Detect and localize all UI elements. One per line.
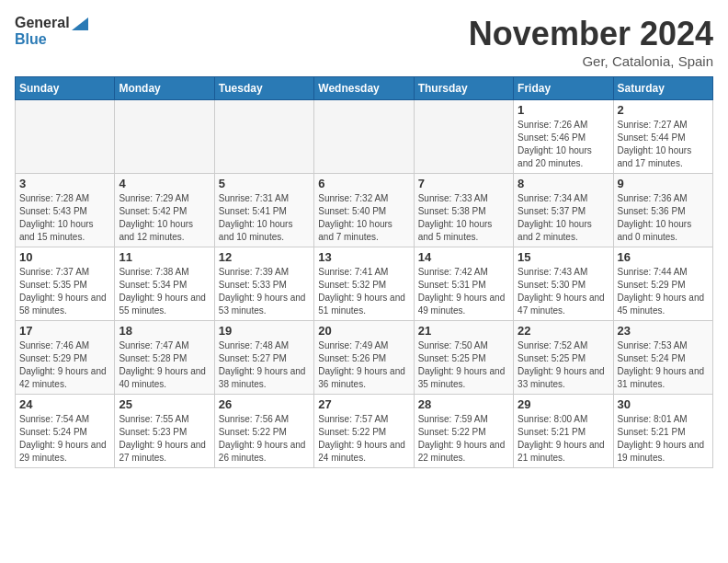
day-info: Sunrise: 7:39 AMSunset: 5:33 PMDaylight:… [219,266,310,317]
logo-general: General [15,15,88,31]
day-cell: 2Sunrise: 7:27 AMSunset: 5:44 PMDaylight… [613,100,712,174]
day-cell: 8Sunrise: 7:34 AMSunset: 5:37 PMDaylight… [514,174,613,247]
day-number: 27 [318,397,409,411]
day-info: Sunrise: 7:48 AMSunset: 5:27 PMDaylight:… [219,339,310,391]
day-cell: 18Sunrise: 7:47 AMSunset: 5:28 PMDayligh… [115,321,214,395]
day-number: 14 [418,250,509,264]
day-info: Sunrise: 7:57 AMSunset: 5:22 PMDaylight:… [318,413,409,465]
day-info: Sunrise: 7:53 AMSunset: 5:24 PMDaylight:… [618,339,709,391]
day-info: Sunrise: 7:27 AMSunset: 5:44 PMDaylight:… [618,119,709,170]
week-row-2: 3Sunrise: 7:28 AMSunset: 5:43 PMDaylight… [16,174,713,247]
day-info: Sunrise: 7:38 AMSunset: 5:34 PMDaylight:… [119,266,210,317]
day-info: Sunrise: 7:36 AMSunset: 5:36 PMDaylight:… [618,192,709,244]
day-header-thursday: Thursday [414,77,513,100]
day-info: Sunrise: 7:54 AMSunset: 5:24 PMDaylight:… [19,413,110,465]
day-number: 28 [418,397,509,411]
location: Ger, Catalonia, Spain [469,53,713,69]
day-cell: 27Sunrise: 7:57 AMSunset: 5:22 PMDayligh… [314,395,414,468]
day-header-monday: Monday [115,77,214,100]
day-number: 19 [219,324,310,338]
day-info: Sunrise: 7:56 AMSunset: 5:22 PMDaylight:… [219,413,310,465]
header-row: SundayMondayTuesdayWednesdayThursdayFrid… [16,77,713,100]
day-cell: 29Sunrise: 8:00 AMSunset: 5:21 PMDayligh… [514,395,613,468]
title-block: November 2024 Ger, Catalonia, Spain [469,15,713,69]
day-number: 21 [418,324,509,338]
day-cell: 24Sunrise: 7:54 AMSunset: 5:24 PMDayligh… [16,395,115,468]
day-cell: 21Sunrise: 7:50 AMSunset: 5:25 PMDayligh… [414,321,513,395]
day-number: 4 [119,177,210,190]
day-number: 18 [119,324,210,338]
day-info: Sunrise: 7:59 AMSunset: 5:22 PMDaylight:… [418,413,509,465]
day-cell [214,100,313,174]
day-number: 12 [219,250,310,264]
day-cell: 12Sunrise: 7:39 AMSunset: 5:33 PMDayligh… [214,247,313,321]
day-info: Sunrise: 7:49 AMSunset: 5:26 PMDaylight:… [318,339,409,391]
day-info: Sunrise: 7:52 AMSunset: 5:25 PMDaylight:… [518,339,609,391]
day-header-tuesday: Tuesday [214,77,313,100]
week-row-4: 17Sunrise: 7:46 AMSunset: 5:29 PMDayligh… [16,321,713,395]
day-cell: 23Sunrise: 7:53 AMSunset: 5:24 PMDayligh… [613,321,712,395]
day-info: Sunrise: 7:50 AMSunset: 5:25 PMDaylight:… [418,339,509,391]
day-cell [16,100,115,174]
day-number: 16 [618,250,709,264]
day-info: Sunrise: 7:47 AMSunset: 5:28 PMDaylight:… [119,339,210,391]
day-info: Sunrise: 7:44 AMSunset: 5:29 PMDaylight:… [618,266,709,317]
day-cell: 1Sunrise: 7:26 AMSunset: 5:46 PMDaylight… [514,100,613,174]
day-cell: 30Sunrise: 8:01 AMSunset: 5:21 PMDayligh… [613,395,712,468]
day-info: Sunrise: 8:00 AMSunset: 5:21 PMDaylight:… [518,413,609,465]
day-info: Sunrise: 7:34 AMSunset: 5:37 PMDaylight:… [518,192,609,244]
day-number: 15 [518,250,609,264]
day-info: Sunrise: 7:43 AMSunset: 5:30 PMDaylight:… [518,266,609,317]
day-cell: 7Sunrise: 7:33 AMSunset: 5:38 PMDaylight… [414,174,513,247]
day-cell [314,100,414,174]
day-info: Sunrise: 7:46 AMSunset: 5:29 PMDaylight:… [19,339,110,391]
day-info: Sunrise: 7:55 AMSunset: 5:23 PMDaylight:… [119,413,210,465]
day-cell: 28Sunrise: 7:59 AMSunset: 5:22 PMDayligh… [414,395,513,468]
week-row-3: 10Sunrise: 7:37 AMSunset: 5:35 PMDayligh… [16,247,713,321]
day-cell [414,100,513,174]
day-number: 24 [19,397,110,411]
day-info: Sunrise: 7:31 AMSunset: 5:41 PMDaylight:… [219,192,310,244]
page-header: General Blue November 2024 Ger, Cataloni… [15,15,713,69]
day-number: 30 [618,397,709,411]
day-cell: 14Sunrise: 7:42 AMSunset: 5:31 PMDayligh… [414,247,513,321]
day-cell: 11Sunrise: 7:38 AMSunset: 5:34 PMDayligh… [115,247,214,321]
day-info: Sunrise: 7:28 AMSunset: 5:43 PMDaylight:… [19,192,110,244]
day-cell: 19Sunrise: 7:48 AMSunset: 5:27 PMDayligh… [214,321,313,395]
day-header-sunday: Sunday [16,77,115,100]
day-cell: 22Sunrise: 7:52 AMSunset: 5:25 PMDayligh… [514,321,613,395]
day-number: 8 [518,177,609,190]
day-number: 11 [119,250,210,264]
day-number: 29 [518,397,609,411]
day-info: Sunrise: 7:29 AMSunset: 5:42 PMDaylight:… [119,192,210,244]
day-header-friday: Friday [514,77,613,100]
day-cell: 25Sunrise: 7:55 AMSunset: 5:23 PMDayligh… [115,395,214,468]
day-cell: 10Sunrise: 7:37 AMSunset: 5:35 PMDayligh… [16,247,115,321]
day-number: 9 [618,177,709,190]
day-cell: 15Sunrise: 7:43 AMSunset: 5:30 PMDayligh… [514,247,613,321]
day-number: 20 [318,324,409,338]
day-number: 22 [518,324,609,338]
day-cell [115,100,214,174]
month-title: November 2024 [469,15,713,53]
day-number: 10 [19,250,110,264]
day-cell: 5Sunrise: 7:31 AMSunset: 5:41 PMDaylight… [214,174,313,247]
day-cell: 6Sunrise: 7:32 AMSunset: 5:40 PMDaylight… [314,174,414,247]
day-number: 25 [119,397,210,411]
svg-marker-0 [72,17,88,30]
day-header-saturday: Saturday [613,77,712,100]
day-number: 26 [219,397,310,411]
day-cell: 26Sunrise: 7:56 AMSunset: 5:22 PMDayligh… [214,395,313,468]
day-number: 13 [318,250,409,264]
day-number: 6 [318,177,409,190]
calendar-table: SundayMondayTuesdayWednesdayThursdayFrid… [15,76,713,468]
day-cell: 17Sunrise: 7:46 AMSunset: 5:29 PMDayligh… [16,321,115,395]
day-number: 5 [219,177,310,190]
day-cell: 3Sunrise: 7:28 AMSunset: 5:43 PMDaylight… [16,174,115,247]
day-info: Sunrise: 7:37 AMSunset: 5:35 PMDaylight:… [19,266,110,317]
day-cell: 4Sunrise: 7:29 AMSunset: 5:42 PMDaylight… [115,174,214,247]
day-info: Sunrise: 7:32 AMSunset: 5:40 PMDaylight:… [318,192,409,244]
day-number: 17 [19,324,110,338]
day-number: 7 [418,177,509,190]
day-info: Sunrise: 7:26 AMSunset: 5:46 PMDaylight:… [518,119,609,170]
